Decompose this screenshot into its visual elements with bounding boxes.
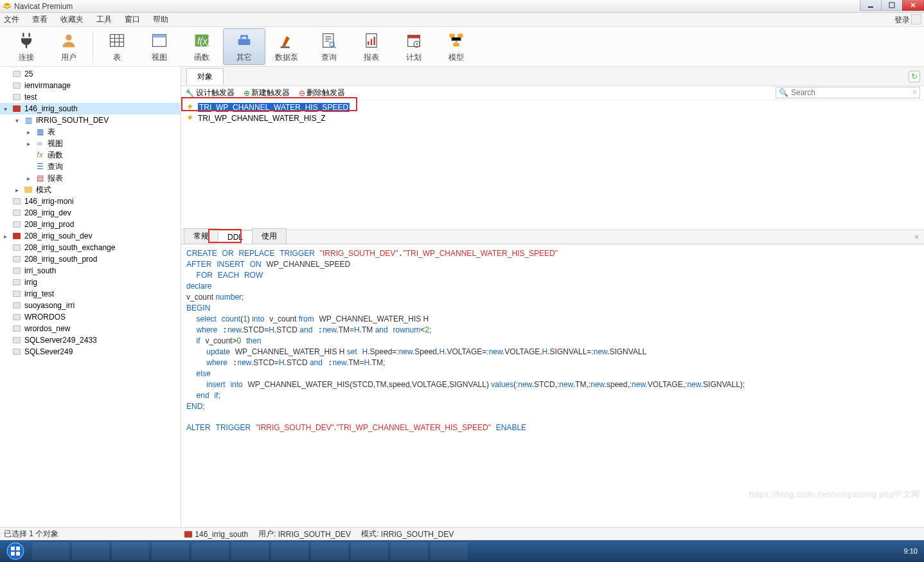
close-button[interactable] [902,0,924,11]
refresh-icon[interactable]: ↻ [909,71,920,82]
toolbar-other-button[interactable]: 其它 [223,28,265,65]
taskbar-item[interactable] [151,541,190,561]
maximize-button[interactable] [881,0,903,11]
wrench-icon: 🔧 [185,89,195,98]
table-icon [96,30,138,51]
tree-item[interactable]: ☰查询 [0,161,181,172]
taskbar-item[interactable] [350,541,389,561]
tree-item[interactable]: ▸208_irrig_souh_dev [0,230,181,242]
menu-file[interactable]: 文件 [4,14,19,25]
trigger-name: TRI_WP_CHANNEL_WATER_HIS_Z [198,114,326,123]
taskbar-item[interactable] [191,541,229,561]
tree-item[interactable]: WRORDOS [0,311,181,323]
menu-tools[interactable]: 工具 [96,14,112,25]
svg-point-24 [7,543,24,559]
tree-item[interactable]: ▾146_irrig_south [0,103,181,114]
tree-item[interactable]: irrig_test [0,288,181,300]
expand-arrow-icon[interactable]: ▸ [27,129,35,136]
taskbar-item[interactable] [111,541,150,561]
expand-arrow-icon[interactable]: ▸ [27,140,35,147]
taskbar-item[interactable] [390,541,429,561]
tree-item[interactable]: suoyasong_irri [0,300,181,311]
start-button[interactable] [0,540,31,562]
taskbar-item[interactable] [271,541,309,561]
taskbar-item[interactable] [31,541,70,561]
menu-bar: 文件 查看 收藏夹 工具 窗口 帮助 登录 [0,13,924,27]
toolbar-view-button[interactable]: 视图 [138,30,181,63]
pump-icon [265,30,308,51]
tree-item[interactable]: 25 [0,68,181,80]
taskbar-item[interactable] [430,541,468,561]
status-db: 146_irrig_south [184,530,248,539]
tree-item[interactable]: ▸模式 [0,184,181,195]
toolbar-report-button[interactable]: 报表 [350,30,393,63]
tree-item-label: 模式 [36,185,51,195]
menu-fav[interactable]: 收藏夹 [60,14,84,25]
tree-item[interactable]: 208_irrig_south_exchange [0,242,181,253]
tree-item[interactable]: irri_south [0,265,181,276]
tree-item[interactable]: SQLSever249 [0,346,181,358]
tree-item-label: 146_irrig_south [24,104,78,113]
taskbar-item[interactable] [310,541,349,561]
toolbar-schedule-button[interactable]: 计划 [393,30,435,63]
svg-rect-15 [368,41,369,45]
toolbar-plug-button[interactable]: 连接 [5,30,48,63]
minimize-button[interactable] [860,0,882,11]
tree-item[interactable]: wrordos_new [0,323,181,334]
expand-arrow-icon[interactable]: ▸ [27,175,35,182]
expand-arrow-icon[interactable]: ▾ [15,117,23,124]
avatar-icon[interactable] [911,14,921,24]
toolbar-query-button[interactable]: 查询 [308,30,350,63]
tree-item[interactable]: 208_irrig_dev [0,207,181,219]
fx-icon: fx [35,150,45,159]
title-bar: Navicat Premium [0,0,924,13]
toolbar-model-button[interactable]: 模型 [435,30,477,63]
ddl-code-view[interactable]: CREATE OR REPLACE TRIGGER "IRRIG_SOUTH_D… [181,244,924,527]
tree-item[interactable]: ienvirmanage [0,80,181,91]
tree-item[interactable]: 208_irrig_south_prod [0,253,181,265]
tree-item[interactable]: ▸▦表 [0,126,181,138]
tree-item[interactable]: ▸▤报表 [0,172,181,184]
tree-item[interactable]: SQLServer249_2433 [0,334,181,346]
query-icon [308,30,350,51]
tree-item[interactable]: test [0,91,181,103]
expand-arrow-icon[interactable]: ▸ [4,233,12,240]
menu-help[interactable]: 帮助 [153,14,168,25]
toolbar-pump-button[interactable]: 数据泵 [265,30,308,63]
tree-item[interactable]: 146_irrig-moni [0,195,181,207]
tree-item-label: SQLServer249_2433 [24,336,97,345]
windows-taskbar[interactable]: 9:10 [0,540,924,562]
plus-icon: ⊕ [244,89,250,98]
tree-item[interactable]: irrig [0,276,181,288]
tab-use[interactable]: 使用 [252,228,287,244]
db-closed-icon [12,278,22,287]
tree-item[interactable]: 208_irrig_prod [0,219,181,230]
tree-item-label: suoyasong_irri [24,301,75,310]
menu-view[interactable]: 查看 [32,14,48,25]
taskbar-item[interactable] [71,541,110,561]
toolbar-fx-button[interactable]: f(x)函数 [181,30,223,63]
close-detail-icon[interactable]: × [914,233,919,242]
tab-objects[interactable]: 对象 [186,68,224,85]
menu-window[interactable]: 窗口 [125,14,140,25]
toolbar-user-button[interactable]: 用户 [48,30,90,63]
tree-item[interactable]: ▸∞视图 [0,138,181,149]
toolbar-table-button[interactable]: 表 [96,30,138,63]
trigger-row[interactable]: TRI_WP_CHANNEL_WATER_HIS_Z [181,113,924,123]
annotation-box-ddl [208,229,242,243]
expand-arrow-icon[interactable]: ▾ [4,105,12,113]
login-link[interactable]: 登录 [894,15,910,26]
status-selection: 已选择 1 个对象 [4,529,58,539]
expand-arrow-icon[interactable]: ▸ [15,186,23,194]
taskbar-item[interactable] [231,541,269,561]
tree-item[interactable]: ▾▥IRRIG_SOUTH_DEV [0,114,181,126]
search-box[interactable]: 🔍 × [776,87,920,98]
clear-search-icon[interactable]: × [912,88,917,97]
folder-icon [23,185,33,194]
svg-point-9 [241,35,244,37]
trigger-list[interactable]: TRI_WP_CHANNEL_WATER_HIS_SPEEDTRI_WP_CHA… [181,100,924,230]
search-input[interactable] [791,88,912,97]
tree-item[interactable]: fx函数 [0,149,181,161]
taskbar-clock[interactable]: 9:10 [898,547,924,556]
connection-tree[interactable]: 25ienvirmanagetest▾146_irrig_south▾▥IRRI… [0,67,181,527]
